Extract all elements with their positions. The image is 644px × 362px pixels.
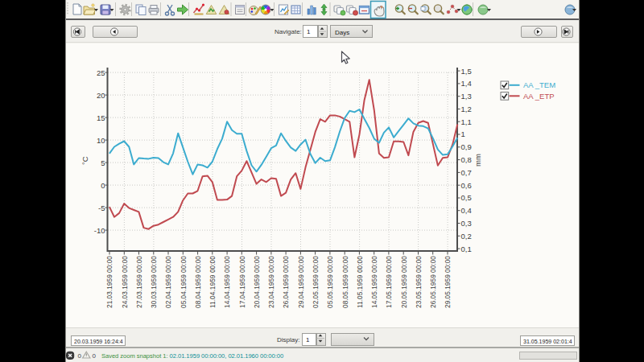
svg-text:AA _ETP: AA _ETP bbox=[523, 92, 555, 101]
svg-text:AA _TEM: AA _TEM bbox=[523, 80, 555, 89]
